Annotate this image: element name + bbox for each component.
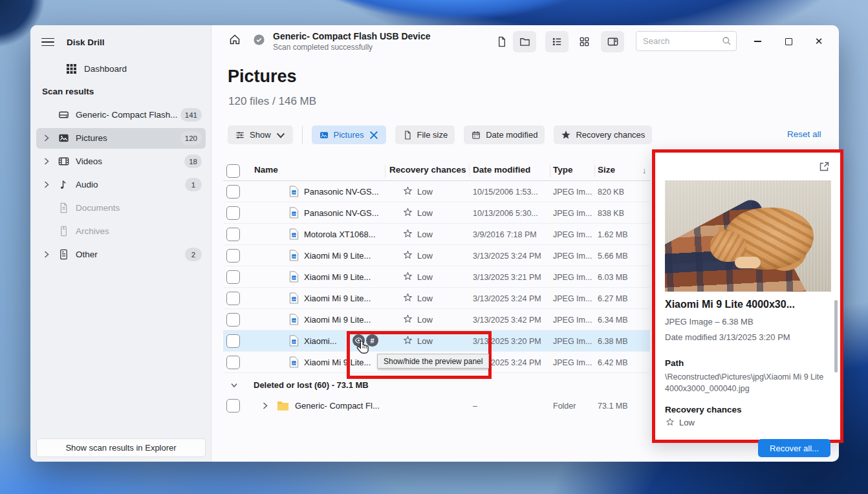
sidebar-item[interactable]: Pictures 120 (30, 127, 212, 150)
sidebar-item-label: Generic- Compact Flash... (76, 110, 178, 120)
file-name: Xiaomi Mi 9 Lite... (304, 315, 371, 325)
tooltip: Show/hide the preview panel (377, 354, 489, 369)
sidebar-item[interactable]: Documents (30, 197, 212, 220)
chevron-right-icon[interactable] (43, 157, 50, 166)
sort-descending-icon[interactable]: ↓ (642, 166, 647, 175)
chevron-right-icon[interactable] (43, 250, 50, 259)
column-name[interactable]: Name (254, 165, 278, 175)
open-external-icon[interactable] (819, 161, 830, 172)
table-row[interactable]: Xiaomi Mi 9 Lite... # Low 3/13/2025 3:24… (223, 288, 650, 309)
reset-all-link[interactable]: Reset all (787, 129, 821, 139)
folder-row[interactable]: Generic- Compact Fl... – Folder 73.1 MB (223, 395, 650, 416)
sidebar-item[interactable]: Archives (30, 220, 212, 243)
recovery-star-icon (402, 207, 413, 218)
select-all-checkbox[interactable] (226, 164, 240, 178)
sidebar-item-label: Pictures (76, 133, 107, 143)
file-size: 6.34 MB (598, 316, 628, 325)
chevron-right-icon[interactable] (43, 180, 50, 189)
scan-results-heading: Scan results (42, 87, 94, 96)
scan-status: Scan completed successfully (273, 43, 431, 52)
row-checkbox[interactable] (226, 185, 240, 199)
sidebar: Disk Drill Dashboard Scan results (30, 25, 212, 462)
hand-cursor (356, 340, 371, 356)
row-checkbox[interactable] (226, 334, 240, 348)
row-checkbox[interactable] (226, 206, 240, 220)
table-row[interactable]: Xiaomi... # Low 3/13/2025 3:20 PM JPEG I… (223, 330, 650, 352)
sidebar-item[interactable]: Videos 18 (30, 150, 212, 173)
home-icon[interactable] (228, 33, 241, 46)
column-recovery[interactable]: Recovery chances (389, 165, 466, 175)
sidebar-item-dashboard[interactable]: Dashboard (66, 61, 127, 76)
date-modified: 10/13/2006 5:30... (473, 209, 538, 218)
list-view-button[interactable] (545, 31, 569, 52)
row-checkbox[interactable] (226, 249, 240, 263)
jpeg-file-icon (289, 335, 299, 347)
sidebar-item-label: Videos (76, 156, 102, 166)
close-button[interactable]: ✕ (809, 33, 829, 50)
jpeg-file-icon (289, 250, 299, 261)
row-checkbox[interactable] (226, 270, 240, 284)
count-badge: 18 (184, 155, 202, 168)
file-icon (495, 36, 508, 48)
file-type: JPEG Im... (553, 209, 592, 218)
column-type[interactable]: Type (553, 165, 573, 175)
file-type: JPEG Im... (553, 188, 592, 197)
close-icon[interactable] (369, 130, 379, 140)
jpeg-file-icon (289, 271, 299, 283)
chevron-right-icon[interactable] (43, 134, 50, 142)
file-name: Xiaomi Mi 9 Lite... (304, 294, 371, 303)
pictures-filter-chip[interactable]: Pictures (312, 125, 386, 144)
jpeg-file-icon (289, 228, 299, 240)
column-date[interactable]: Date modified (473, 165, 530, 175)
audio-icon (58, 178, 70, 191)
recover-all-button[interactable]: Recover all... (758, 439, 830, 457)
folder-view-button[interactable] (513, 31, 536, 52)
row-checkbox[interactable] (226, 399, 240, 413)
deleted-or-lost-group-row[interactable]: Deleted or lost (60) - 73.1 MB (223, 376, 650, 395)
row-checkbox[interactable] (226, 313, 240, 327)
chevron-right-icon[interactable] (261, 402, 269, 410)
preview-panel-toggle-button[interactable] (601, 31, 624, 52)
hamburger-menu-icon[interactable] (38, 32, 58, 52)
table-row[interactable]: Panasonic NV-GS... # Low 10/13/2006 5:30… (223, 202, 650, 224)
grid-icon (578, 36, 591, 48)
row-checkbox[interactable] (226, 292, 240, 305)
maximize-button[interactable] (779, 33, 798, 50)
table-row[interactable]: Panasonic NV-GS... # Low 10/15/2006 1:53… (223, 181, 650, 202)
table-row[interactable]: Motorola XT1068... # Low 3/9/2016 7:18 P… (223, 224, 650, 245)
table-row[interactable]: Xiaomi Mi 9 Lite... # Low 3/13/2025 3:24… (223, 245, 650, 266)
table-row[interactable]: Xiaomi Mi 9 Lite... # Low 3/13/2025 3:42… (223, 309, 650, 330)
date-modified-filter-chip[interactable]: Date modified (464, 125, 545, 144)
recovery-value: Low (417, 336, 433, 346)
date-modified: 3/13/2025 3:24 PM (473, 252, 541, 261)
file-name: Panasonic NV-GS... (304, 208, 379, 218)
recovery-star-icon (402, 335, 413, 346)
row-checkbox[interactable] (226, 356, 240, 369)
table-row[interactable]: Xiaomi Mi 9 Lite... # Low 3/13/2025 3:21… (223, 266, 650, 288)
recovery-chances-filter-chip[interactable]: Recovery chances (554, 125, 652, 144)
date-modified: 10/15/2006 1:53... (473, 188, 538, 197)
group-label: Deleted or lost (60) - 73.1 MB (254, 380, 369, 390)
row-checkbox[interactable] (226, 228, 240, 241)
cat-paw (735, 257, 761, 268)
results-table: Name Recovery chances Date modified Type… (223, 160, 650, 416)
file-name: Panasonic NV-GS... (304, 187, 379, 197)
file-view-button[interactable] (490, 31, 513, 52)
file-size-filter-chip[interactable]: File size (395, 125, 455, 144)
grid-view-button[interactable] (572, 31, 596, 52)
show-filter-button[interactable]: Show (228, 125, 293, 144)
sidebar-item[interactable]: Other 2 (30, 243, 212, 266)
filter-divider (302, 126, 303, 144)
recovery-value: Low (417, 294, 433, 303)
sidebar-item[interactable]: Generic- Compact Flash... 141 (30, 103, 212, 127)
recovery-value: Low (417, 251, 433, 261)
show-in-explorer-button[interactable]: Show scan results in Explorer (36, 438, 206, 457)
page-subtitle: 120 files / 146 MB (228, 95, 316, 108)
minimize-button[interactable] (748, 33, 767, 50)
column-size[interactable]: Size (598, 165, 615, 175)
chevron-down-icon[interactable] (230, 381, 238, 389)
recovery-value: Low (417, 208, 433, 218)
file-size: 6.27 MB (598, 294, 628, 303)
preview-scrollbar[interactable] (834, 300, 838, 372)
sidebar-item[interactable]: Audio 1 (30, 173, 212, 197)
